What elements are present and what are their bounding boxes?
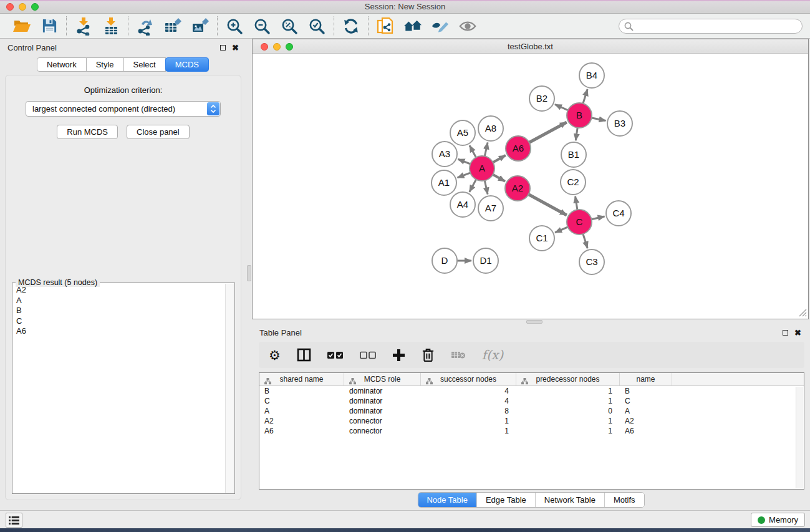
tab-style[interactable]: Style	[86, 57, 124, 72]
tab-node-table[interactable]: Node Table	[418, 493, 476, 507]
run-mcds-button[interactable]: Run MCDS	[57, 125, 118, 139]
table-close-panel-icon[interactable]: ✖	[794, 330, 801, 336]
graph-node-C4[interactable]: C4	[606, 201, 631, 226]
column-header-MCDS-role[interactable]: MCDS role	[344, 373, 421, 385]
graph-node-B3[interactable]: B3	[607, 111, 632, 136]
svg-text:A6: A6	[513, 143, 524, 153]
search-input[interactable]	[619, 19, 803, 34]
svg-text:C1: C1	[536, 233, 547, 243]
result-item[interactable]: A6	[14, 326, 224, 337]
column-header-shared-name[interactable]: shared name	[259, 373, 344, 385]
mcds-result-box: MCDS result (5 nodes) A2ABCA6	[12, 283, 235, 494]
memory-button[interactable]: Memory	[751, 513, 805, 527]
export-network-icon[interactable]	[136, 17, 155, 36]
result-item[interactable]: C	[14, 316, 224, 327]
table-row[interactable]: Adominator80A	[259, 406, 804, 416]
show-eye-icon[interactable]	[458, 17, 477, 36]
plus-icon[interactable]	[392, 346, 405, 364]
zoom-fit-icon[interactable]	[280, 17, 299, 36]
memory-label: Memory	[769, 515, 798, 525]
svg-text:A8: A8	[485, 123, 496, 133]
table-panel: Table Panel ✖ ⚙ f(x) shared nameMCDS rol…	[252, 324, 810, 510]
column-header-successor-nodes[interactable]: successor nodes	[421, 373, 516, 385]
export-table-icon[interactable]	[163, 17, 182, 36]
split-columns-icon[interactable]	[297, 346, 311, 364]
task-history-button[interactable]	[6, 513, 22, 528]
clone-pages-icon[interactable]	[376, 17, 395, 36]
zoom-selected-icon[interactable]	[307, 17, 326, 36]
tab-motifs[interactable]: Motifs	[604, 493, 644, 507]
svg-text:A5: A5	[457, 127, 468, 138]
table-row[interactable]: Bdominator41B	[259, 386, 804, 396]
mcds-panel: Optimization criterion: largest connecte…	[5, 75, 241, 500]
graph-node-A8[interactable]: A8	[478, 116, 503, 141]
table-row[interactable]: Cdominator41C	[259, 396, 804, 406]
network-graph: B4B2BB3A5A8A6B1A3AC2A1A2A4A7C4CC1C3DD1	[253, 54, 809, 318]
export-image-icon[interactable]	[191, 17, 210, 36]
import-table-icon[interactable]	[102, 17, 120, 36]
float-panel-icon[interactable]	[220, 45, 226, 51]
graph-node-A1[interactable]: A1	[432, 170, 456, 195]
horizontal-splitter[interactable]	[252, 319, 810, 324]
table-row[interactable]: A2connector11A2	[259, 416, 804, 426]
result-item[interactable]: A2	[14, 285, 224, 296]
column-header-name[interactable]: name	[620, 373, 672, 385]
tab-mcds[interactable]: MCDS	[165, 57, 209, 72]
graph-node-C1[interactable]: C1	[529, 226, 554, 251]
save-session-icon[interactable]	[40, 17, 59, 36]
tree-icon	[521, 376, 528, 389]
titlebar-accent	[0, 0, 810, 1]
network-window-titlebar[interactable]: testGlobe.txt	[253, 39, 808, 54]
graph-node-A7[interactable]: A7	[478, 196, 503, 221]
table-float-panel-icon[interactable]	[783, 330, 788, 336]
graph-node-D1[interactable]: D1	[473, 248, 498, 273]
vertical-splitter[interactable]	[246, 39, 252, 510]
window-resize-grip[interactable]	[799, 309, 807, 317]
app-titlebar: Session: New Session	[0, 0, 810, 14]
criterion-dropdown[interactable]: largest connected component (directed)	[26, 101, 221, 117]
graph-node-C[interactable]: C	[567, 210, 592, 235]
result-item[interactable]: B	[14, 306, 224, 316]
zoom-in-icon[interactable]	[225, 17, 244, 36]
graph-node-A[interactable]: A	[470, 156, 494, 181]
table-scrollbar[interactable]	[796, 387, 803, 488]
hide-eye-pencil-icon[interactable]	[431, 17, 450, 36]
gear-icon[interactable]: ⚙	[269, 346, 281, 364]
zoom-out-icon[interactable]	[253, 17, 271, 36]
double-home-icon[interactable]	[403, 17, 422, 36]
open-file-icon[interactable]	[12, 17, 31, 36]
close-panel-button[interactable]: Close panel	[127, 125, 190, 139]
refresh-icon[interactable]	[342, 17, 360, 36]
tab-network-table[interactable]: Network Table	[535, 493, 604, 507]
table-row[interactable]: A6connector11A6	[259, 426, 804, 436]
graph-node-A4[interactable]: A4	[450, 192, 475, 217]
graph-node-B1[interactable]: B1	[561, 142, 586, 167]
graph-node-C2[interactable]: C2	[561, 170, 586, 195]
close-panel-icon[interactable]: ✖	[232, 45, 239, 51]
graph-node-B[interactable]: B	[567, 103, 592, 128]
graph-node-A5[interactable]: A5	[450, 120, 475, 145]
svg-text:B: B	[576, 110, 582, 120]
graph-node-D[interactable]: D	[432, 248, 457, 273]
graph-node-B4[interactable]: B4	[579, 63, 604, 88]
graph-node-A3[interactable]: A3	[432, 142, 457, 167]
svg-text:C3: C3	[586, 256, 597, 267]
svg-text:D: D	[441, 255, 448, 266]
vertical-splitter-handle[interactable]	[247, 265, 251, 281]
tab-select[interactable]: Select	[123, 57, 166, 72]
graph-node-C3[interactable]: C3	[579, 249, 604, 274]
graph-node-A2[interactable]: A2	[505, 176, 530, 201]
result-scrollbar[interactable]	[225, 284, 234, 493]
checked-boxes-icon[interactable]	[327, 346, 344, 364]
tab-network[interactable]: Network	[37, 57, 87, 72]
result-item[interactable]: A	[14, 296, 224, 306]
horizontal-splitter-handle[interactable]	[526, 320, 542, 324]
network-canvas[interactable]: B4B2BB3A5A8A6B1A3AC2A1A2A4A7C4CC1C3DD1	[253, 54, 808, 318]
graph-node-A6[interactable]: A6	[506, 136, 531, 161]
graph-node-B2[interactable]: B2	[529, 86, 554, 111]
unchecked-boxes-icon[interactable]	[360, 346, 376, 364]
trash-icon[interactable]	[422, 346, 435, 364]
column-header-predecessor-nodes[interactable]: predecessor nodes	[516, 373, 620, 385]
import-network-icon[interactable]	[74, 17, 93, 36]
tab-edge-table[interactable]: Edge Table	[476, 493, 535, 507]
